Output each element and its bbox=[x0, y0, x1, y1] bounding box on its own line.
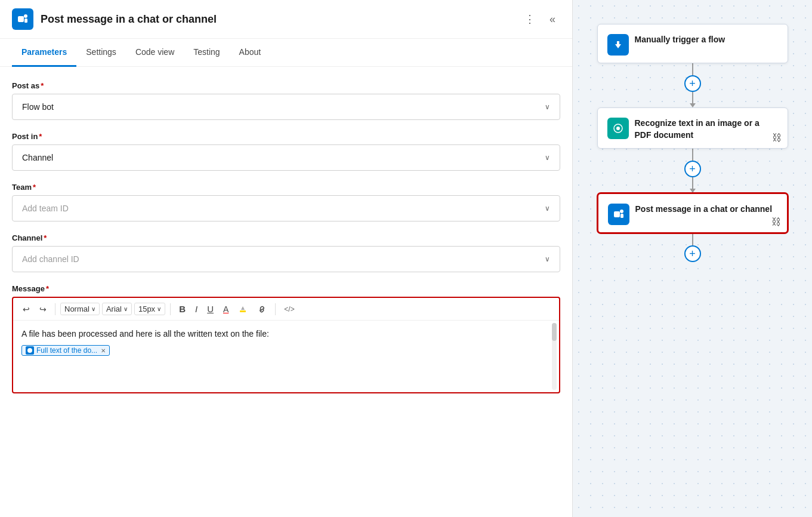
recognize-title: Recognize text in an image or a PDF docu… bbox=[635, 118, 778, 141]
svg-point-1 bbox=[24, 14, 27, 18]
panel-title: Post message in a chat or channel bbox=[41, 13, 512, 26]
flow-container: Manually trigger a flow + Recognize text… bbox=[597, 24, 788, 262]
editor-text: A file has been processed and here is al… bbox=[21, 328, 551, 340]
code-view-button[interactable]: </> bbox=[280, 303, 298, 316]
trigger-title: Manually trigger a flow bbox=[635, 34, 725, 46]
dynamic-tag[interactable]: Full text of the do... ✕ bbox=[21, 345, 110, 356]
message-editor: ↩ ↪ Normal ∨ Arial ∨ 15px ∨ bbox=[12, 297, 560, 393]
link-button[interactable] bbox=[254, 302, 270, 316]
team-field: Team* Add team ID ∨ bbox=[12, 183, 560, 221]
flow-connector-1: + bbox=[684, 63, 701, 107]
dynamic-tag-container: Full text of the do... ✕ bbox=[21, 345, 551, 356]
post-as-field: Post as* Flow bot ∨ bbox=[12, 81, 560, 120]
toolbar-separator-1 bbox=[55, 303, 55, 315]
message-field: Message* ↩ ↪ Normal ∨ Arial ∨ bbox=[12, 284, 560, 393]
svg-point-8 bbox=[620, 210, 623, 213]
flow-connector-3: + bbox=[684, 233, 701, 262]
italic-button[interactable]: I bbox=[192, 301, 201, 316]
post-title: Post message in a chat or channel bbox=[635, 204, 773, 216]
team-label: Team* bbox=[12, 183, 560, 192]
message-label: Message* bbox=[12, 284, 560, 293]
chevron-down-icon: ∨ bbox=[545, 255, 550, 263]
left-panel: Post message in a chat or channel ⋮ « Pa… bbox=[0, 0, 573, 517]
highlight-button[interactable] bbox=[234, 302, 251, 316]
chevron-down-icon: ∨ bbox=[157, 306, 161, 312]
font-select[interactable]: Arial ∨ bbox=[102, 303, 132, 315]
chevron-down-icon: ∨ bbox=[545, 153, 550, 162]
post-icon bbox=[608, 204, 629, 225]
bold-button[interactable]: B bbox=[175, 301, 189, 316]
editor-toolbar: ↩ ↪ Normal ∨ Arial ∨ 15px ∨ bbox=[13, 298, 559, 321]
svg-point-4 bbox=[27, 348, 32, 353]
svg-rect-7 bbox=[614, 211, 620, 217]
editor-scrollbar[interactable] bbox=[552, 323, 557, 390]
add-step-button-3[interactable]: + bbox=[684, 245, 701, 262]
link-icon-2: ⛓ bbox=[771, 217, 781, 227]
scrollbar-thumb bbox=[552, 323, 557, 341]
form-content: Post as* Flow bot ∨ Post in* Channel ∨ T… bbox=[0, 67, 572, 408]
size-select[interactable]: 15px ∨ bbox=[134, 303, 165, 315]
svg-rect-0 bbox=[18, 16, 24, 22]
underline-button[interactable]: U bbox=[203, 301, 217, 316]
add-step-button-1[interactable]: + bbox=[684, 75, 701, 92]
svg-rect-3 bbox=[240, 310, 246, 312]
channel-dropdown[interactable]: Add channel ID ∨ bbox=[12, 246, 560, 272]
style-select[interactable]: Normal ∨ bbox=[60, 303, 100, 315]
tabs-bar: Parameters Settings Code view Testing Ab… bbox=[0, 39, 572, 67]
toolbar-separator-3 bbox=[275, 303, 276, 315]
trigger-icon bbox=[607, 34, 629, 56]
flow-card-recognize[interactable]: Recognize text in an image or a PDF docu… bbox=[597, 107, 788, 149]
editor-body[interactable]: A file has been processed and here is al… bbox=[13, 321, 559, 392]
flow-card-post[interactable]: Post message in a chat or channel ⛓ bbox=[597, 193, 788, 233]
add-step-button-2[interactable]: + bbox=[684, 161, 701, 177]
panel-header: Post message in a chat or channel ⋮ « bbox=[0, 0, 572, 39]
post-as-dropdown[interactable]: Flow bot ∨ bbox=[12, 94, 560, 120]
tab-testing[interactable]: Testing bbox=[184, 39, 229, 67]
flow-connector-2: + bbox=[684, 149, 701, 193]
post-as-label: Post as* bbox=[12, 81, 560, 90]
dynamic-tag-close[interactable]: ✕ bbox=[101, 347, 106, 354]
chevron-down-icon: ∨ bbox=[545, 204, 550, 213]
post-in-field: Post in* Channel ∨ bbox=[12, 132, 560, 171]
toolbar-separator-2 bbox=[170, 303, 171, 315]
undo-button[interactable]: ↩ bbox=[19, 302, 33, 316]
tab-about[interactable]: About bbox=[230, 39, 271, 67]
redo-button[interactable]: ↪ bbox=[36, 302, 50, 316]
svg-point-6 bbox=[616, 127, 620, 130]
tab-parameters[interactable]: Parameters bbox=[12, 39, 76, 67]
chevron-down-icon: ∨ bbox=[124, 306, 128, 312]
flow-card-trigger[interactable]: Manually trigger a flow bbox=[597, 24, 788, 63]
svg-rect-2 bbox=[24, 19, 27, 23]
post-in-label: Post in* bbox=[12, 132, 560, 141]
link-icon: ⛓ bbox=[772, 133, 782, 143]
recognize-icon bbox=[607, 118, 629, 139]
team-dropdown[interactable]: Add team ID ∨ bbox=[12, 195, 560, 221]
right-panel: Manually trigger a flow + Recognize text… bbox=[573, 0, 812, 517]
chevron-down-icon: ∨ bbox=[545, 103, 550, 111]
svg-rect-9 bbox=[620, 214, 623, 218]
post-in-dropdown[interactable]: Channel ∨ bbox=[12, 144, 560, 171]
channel-label: Channel* bbox=[12, 233, 560, 242]
more-options-button[interactable]: ⋮ bbox=[520, 10, 540, 28]
teams-icon bbox=[12, 8, 33, 30]
channel-field: Channel* Add channel ID ∨ bbox=[12, 233, 560, 272]
dynamic-tag-icon bbox=[26, 346, 34, 355]
font-color-button[interactable]: A bbox=[220, 302, 232, 316]
tab-settings[interactable]: Settings bbox=[76, 39, 126, 67]
collapse-button[interactable]: « bbox=[545, 11, 560, 28]
header-actions: ⋮ « bbox=[520, 10, 560, 28]
tab-code-view[interactable]: Code view bbox=[126, 39, 184, 67]
chevron-down-icon: ∨ bbox=[91, 306, 95, 312]
